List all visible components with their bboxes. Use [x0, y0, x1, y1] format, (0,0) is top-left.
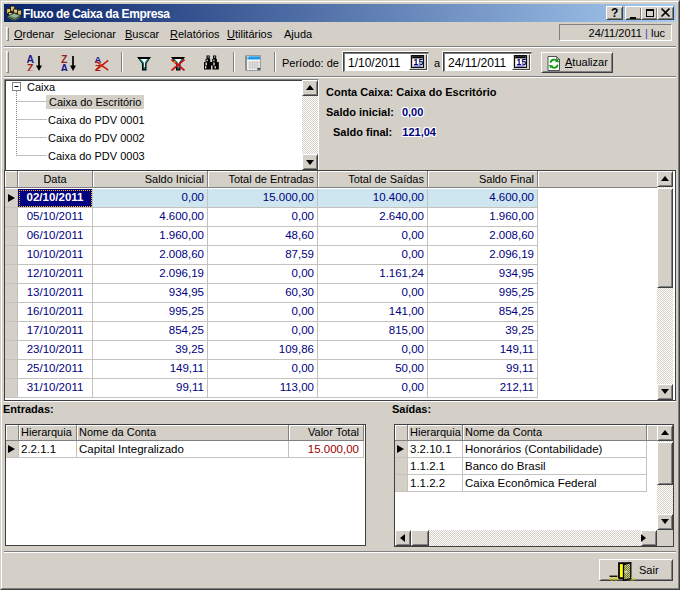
svg-text:Z: Z: [27, 62, 34, 72]
svg-text:A: A: [61, 62, 69, 72]
svg-text:15: 15: [413, 57, 423, 67]
svg-text:15: 15: [516, 57, 526, 67]
